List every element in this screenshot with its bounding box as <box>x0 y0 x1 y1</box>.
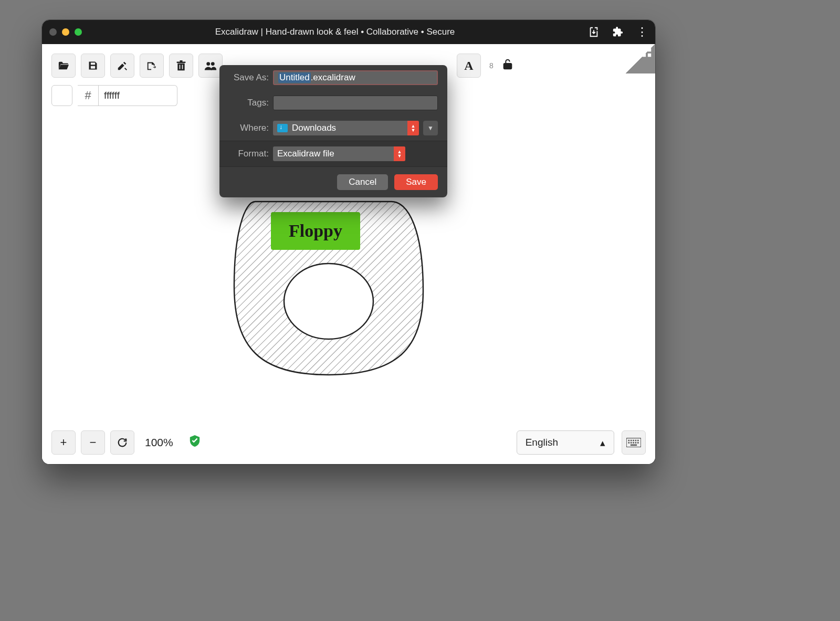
zoom-reset-button[interactable] <box>110 430 134 455</box>
svg-point-6 <box>284 264 373 339</box>
hex-input[interactable]: ffffff <box>99 85 177 106</box>
format-value: Excalidraw file <box>277 149 334 159</box>
svg-rect-8 <box>628 440 630 441</box>
where-value: Downloads <box>292 123 336 133</box>
window-title: Excalidraw | Hand-drawn look & feel • Co… <box>87 27 583 37</box>
tool-shortcut-badge: 8 <box>489 61 494 70</box>
tags-input[interactable] <box>273 96 438 110</box>
save-button[interactable] <box>81 54 105 78</box>
window-controls <box>49 28 82 36</box>
zoom-out-button[interactable]: − <box>81 430 105 455</box>
save-as-label: Save As: <box>229 72 273 83</box>
filename-selected: Untitled <box>278 72 311 83</box>
svg-rect-0 <box>180 65 181 69</box>
install-pwa-icon[interactable] <box>588 26 600 38</box>
svg-rect-9 <box>631 440 632 441</box>
svg-rect-1 <box>182 65 183 69</box>
zoom-percent: 100% <box>145 436 173 449</box>
svg-rect-4 <box>503 64 511 69</box>
select-stepper-icon: ▲▼ <box>407 121 419 135</box>
lock-toggle[interactable] <box>502 58 513 73</box>
bottom-right-controls: English ▴ <box>517 430 646 455</box>
where-label: Where: <box>229 123 273 133</box>
canvas-background-row: # ffffff <box>51 85 177 106</box>
virtual-keyboard-button[interactable] <box>622 430 646 455</box>
encryption-shield-icon[interactable] <box>189 435 201 450</box>
svg-rect-14 <box>631 442 632 444</box>
export-button[interactable] <box>140 54 164 78</box>
format-label: Format: <box>229 149 273 159</box>
open-button[interactable] <box>51 54 76 78</box>
filename-extension: .excalidraw <box>311 72 355 83</box>
svg-point-2 <box>206 62 210 66</box>
zoom-controls: + − 100% <box>51 430 201 455</box>
text-tool-button[interactable]: A <box>457 54 481 78</box>
hex-hash-label: # <box>78 85 99 106</box>
filename-input[interactable]: Untitled.excalidraw <box>273 70 438 85</box>
zoom-in-button[interactable]: + <box>51 430 76 455</box>
format-select[interactable]: Excalidraw file ▲▼ <box>273 146 405 161</box>
downloads-folder-icon <box>277 124 288 132</box>
select-stepper-icon: ▲▼ <box>394 146 405 161</box>
svg-point-3 <box>211 62 215 66</box>
titlebar: Excalidraw | Hand-drawn look & feel • Co… <box>42 20 655 44</box>
canvas-drawing: Floppy <box>224 181 434 391</box>
svg-rect-17 <box>637 442 639 444</box>
clear-canvas-button[interactable] <box>169 54 193 78</box>
kebab-menu-icon[interactable]: ⋮ <box>636 26 648 38</box>
svg-rect-12 <box>637 440 639 441</box>
language-select[interactable]: English ▴ <box>517 430 614 455</box>
svg-rect-13 <box>628 442 630 444</box>
color-swatch[interactable] <box>51 85 72 106</box>
where-select[interactable]: Downloads ▲▼ <box>273 121 419 135</box>
close-window-dot[interactable] <box>49 28 57 36</box>
svg-rect-18 <box>631 445 637 446</box>
maximize-window-dot[interactable] <box>75 28 82 36</box>
app-body: A 8 # ffffff <box>42 44 655 464</box>
save-confirm-button[interactable]: Save <box>394 174 438 190</box>
minimize-window-dot[interactable] <box>62 28 69 36</box>
tags-label: Tags: <box>229 98 273 108</box>
drawing-label: Floppy <box>271 212 360 250</box>
svg-rect-15 <box>633 442 634 444</box>
language-label: English <box>526 437 558 448</box>
file-toolbar <box>51 54 223 78</box>
library-corner-tab[interactable] <box>626 44 655 73</box>
extensions-icon[interactable] <box>612 26 624 38</box>
dialog-actions: Cancel Save <box>219 167 447 197</box>
cancel-button[interactable]: Cancel <box>337 174 388 190</box>
svg-rect-11 <box>635 440 637 441</box>
save-dialog: Save As: Untitled.excalidraw Tags: Where… <box>219 65 447 197</box>
svg-rect-10 <box>633 440 634 441</box>
browser-window: Excalidraw | Hand-drawn look & feel • Co… <box>42 20 655 464</box>
expand-dialog-button[interactable]: ▼ <box>423 121 438 135</box>
tool-indicator: A 8 <box>457 54 513 78</box>
dropdown-caret-icon: ▴ <box>600 437 605 449</box>
save-as-button[interactable] <box>110 54 134 78</box>
svg-rect-16 <box>635 442 637 444</box>
